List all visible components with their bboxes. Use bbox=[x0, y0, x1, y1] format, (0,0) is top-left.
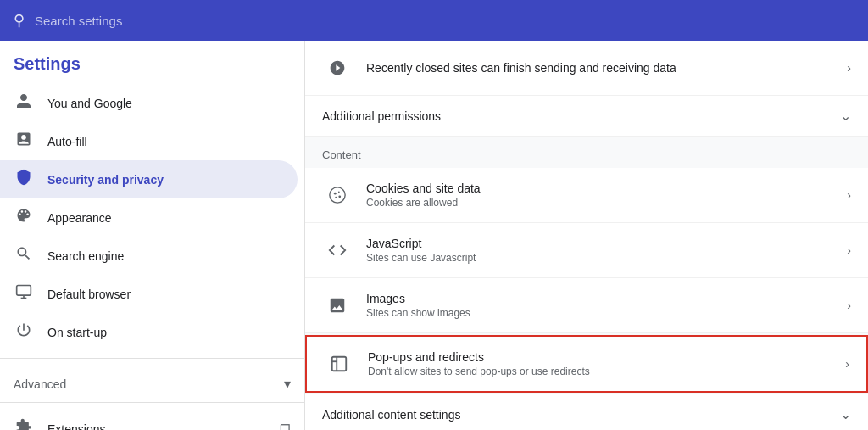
popups-title: Pop-ups and redirects bbox=[368, 350, 845, 364]
sidebar-item-on-startup[interactable]: On start-up bbox=[0, 313, 298, 351]
search-icon: ⚲ bbox=[14, 11, 25, 30]
default-browser-icon bbox=[14, 283, 34, 304]
appearance-icon bbox=[14, 207, 34, 228]
sidebar-advanced-label: Advanced bbox=[14, 377, 66, 391]
cookies-title: Cookies and site data bbox=[366, 181, 847, 195]
content-section-header: Content bbox=[305, 137, 868, 168]
cookies-row[interactable]: Cookies and site data Cookies are allowe… bbox=[305, 168, 868, 223]
sidebar-section-advanced[interactable]: Advanced ▾ bbox=[0, 366, 304, 395]
javascript-subtitle: Sites can use Javascript bbox=[366, 252, 847, 264]
sidebar-divider-2 bbox=[0, 402, 304, 403]
javascript-arrow: › bbox=[847, 243, 851, 257]
popups-row[interactable]: Pop-ups and redirects Don't allow sites … bbox=[305, 335, 868, 393]
sidebar-label-search-engine: Search engine bbox=[47, 249, 124, 263]
sidebar-divider bbox=[0, 358, 304, 359]
sidebar-label-default-browser: Default browser bbox=[47, 288, 131, 301]
sidebar-label-on-startup: On start-up bbox=[47, 326, 107, 339]
recently-closed-icon bbox=[322, 53, 353, 83]
images-icon bbox=[322, 290, 353, 321]
recently-closed-title: Recently closed sites can finish sending… bbox=[366, 61, 847, 75]
additional-permissions-label: Additional permissions bbox=[322, 109, 441, 123]
search-input[interactable] bbox=[35, 14, 854, 28]
sidebar-item-extensions[interactable]: Extensions ❐ bbox=[0, 410, 304, 430]
images-subtitle: Sites can show images bbox=[366, 307, 847, 319]
javascript-icon bbox=[322, 235, 353, 265]
images-text: Images Sites can show images bbox=[366, 292, 847, 319]
popups-text: Pop-ups and redirects Don't allow sites … bbox=[368, 350, 845, 377]
cookies-icon bbox=[322, 180, 353, 210]
sidebar-item-appearance[interactable]: Appearance bbox=[0, 198, 298, 237]
main-layout: Settings You and Google Auto-fill Securi… bbox=[0, 41, 868, 430]
external-link-icon: ❐ bbox=[280, 422, 291, 431]
extensions-icon bbox=[14, 418, 34, 430]
svg-rect-11 bbox=[332, 357, 347, 371]
recently-closed-sites-row[interactable]: Recently closed sites can finish sending… bbox=[305, 41, 868, 96]
sidebar-title: Settings bbox=[0, 47, 304, 84]
cookies-subtitle: Cookies are allowed bbox=[366, 197, 847, 209]
sidebar: Settings You and Google Auto-fill Securi… bbox=[0, 41, 305, 430]
sidebar-label-autofill: Auto-fill bbox=[47, 135, 87, 148]
sidebar-item-security-privacy[interactable]: Security and privacy bbox=[0, 160, 298, 198]
sidebar-item-autofill[interactable]: Auto-fill bbox=[0, 122, 298, 160]
svg-point-6 bbox=[330, 187, 345, 203]
sidebar-label-you-and-google: You and Google bbox=[47, 97, 132, 110]
svg-point-7 bbox=[334, 193, 337, 195]
cookies-text: Cookies and site data Cookies are allowe… bbox=[366, 181, 847, 209]
sidebar-item-default-browser[interactable]: Default browser bbox=[0, 275, 298, 313]
images-arrow: › bbox=[847, 299, 851, 312]
search-engine-icon bbox=[14, 245, 34, 266]
shield-icon bbox=[14, 169, 34, 190]
extensions-label: Extensions bbox=[47, 422, 105, 431]
main-content: Recently closed sites can finish sending… bbox=[305, 41, 868, 430]
advanced-arrow-icon: ▾ bbox=[284, 376, 291, 392]
popups-icon bbox=[324, 349, 354, 379]
sidebar-label-security-privacy: Security and privacy bbox=[47, 173, 164, 187]
svg-rect-0 bbox=[17, 286, 31, 296]
sidebar-item-search-engine[interactable]: Search engine bbox=[0, 237, 298, 275]
person-icon bbox=[14, 92, 34, 114]
javascript-row[interactable]: JavaScript Sites can use Javascript › bbox=[305, 223, 868, 278]
images-title: Images bbox=[366, 292, 847, 305]
additional-permissions-row[interactable]: Additional permissions ⌄ bbox=[305, 96, 868, 137]
sidebar-label-appearance: Appearance bbox=[47, 211, 112, 225]
javascript-title: JavaScript bbox=[366, 237, 847, 250]
popups-arrow: › bbox=[845, 357, 849, 371]
autofill-icon bbox=[14, 131, 34, 152]
popups-subtitle: Don't allow sites to send pop-ups or use… bbox=[368, 366, 845, 377]
svg-point-10 bbox=[335, 197, 337, 198]
svg-point-9 bbox=[338, 195, 341, 198]
recently-closed-arrow: › bbox=[847, 61, 851, 75]
additional-content-settings-row[interactable]: Additional content settings ⌄ bbox=[305, 394, 868, 430]
startup-icon bbox=[14, 321, 34, 343]
images-row[interactable]: Images Sites can show images › bbox=[305, 278, 868, 333]
additional-content-settings-arrow: ⌄ bbox=[840, 406, 851, 422]
additional-permissions-arrow: ⌄ bbox=[840, 108, 851, 124]
additional-content-settings-label: Additional content settings bbox=[322, 408, 460, 422]
sidebar-item-you-and-google[interactable]: You and Google bbox=[0, 84, 298, 122]
recently-closed-text: Recently closed sites can finish sending… bbox=[366, 61, 847, 75]
javascript-text: JavaScript Sites can use Javascript bbox=[366, 237, 847, 264]
header: ⚲ bbox=[0, 0, 868, 41]
cookies-arrow: › bbox=[847, 188, 851, 202]
extensions-left: Extensions bbox=[14, 418, 105, 430]
svg-point-8 bbox=[338, 191, 340, 193]
